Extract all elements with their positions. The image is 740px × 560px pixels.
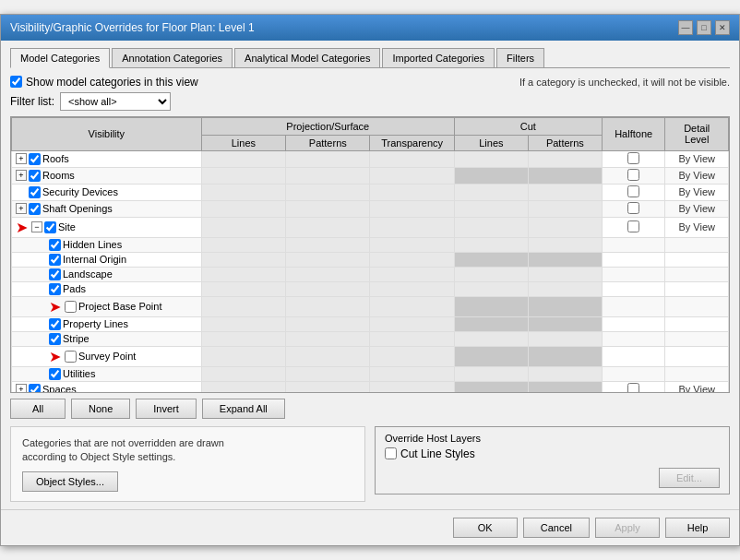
cell-lines-cut[interactable] [454,150,528,167]
cell-patterns-proj[interactable] [286,381,370,393]
cell-lines-proj[interactable] [201,381,285,393]
cell-transparency[interactable] [370,184,454,200]
cell-lines-proj[interactable] [201,237,285,252]
cell-lines-proj[interactable] [201,217,285,237]
row-checkbox[interactable] [49,239,61,251]
cell-lines-proj[interactable] [201,281,285,296]
cut-line-styles-checkbox[interactable] [385,447,397,459]
cell-patterns-proj[interactable] [286,281,370,296]
cell-patterns-cut[interactable] [528,150,602,167]
expand-icon[interactable]: − [31,221,42,232]
expand-icon[interactable]: + [16,384,27,393]
cell-halftone[interactable] [602,150,665,167]
maximize-button[interactable]: □ [697,20,711,35]
cell-halftone[interactable] [602,167,665,184]
row-checkbox[interactable] [65,351,77,363]
cell-transparency[interactable] [370,267,454,281]
row-checkbox[interactable] [65,301,77,313]
cell-halftone[interactable] [602,267,665,281]
expand-icon[interactable]: + [16,153,27,164]
row-checkbox[interactable] [49,283,61,295]
cell-lines-proj[interactable] [201,346,285,366]
cell-patterns-proj[interactable] [286,267,370,281]
minimize-button[interactable]: — [678,20,693,35]
cell-lines-proj[interactable] [201,150,285,167]
cell-transparency[interactable] [370,252,454,267]
row-checkbox[interactable] [29,170,41,182]
row-checkbox[interactable] [29,186,41,198]
cell-halftone[interactable] [602,200,665,217]
cell-transparency[interactable] [370,381,454,393]
cell-lines-proj[interactable] [201,267,285,281]
cell-lines-proj[interactable] [201,252,285,267]
cell-patterns-cut[interactable] [528,217,602,237]
cell-lines-cut[interactable] [454,237,528,252]
cell-transparency[interactable] [370,316,454,331]
cell-transparency[interactable] [370,217,454,237]
edit-button[interactable]: Edit... [659,468,720,488]
cell-transparency[interactable] [370,346,454,366]
cell-patterns-proj[interactable] [286,237,370,252]
table-wrapper[interactable]: Visibility Projection/Surface Cut Halfto… [11,117,729,393]
cell-patterns-proj[interactable] [286,200,370,217]
cell-lines-cut[interactable] [454,200,528,217]
cancel-button[interactable]: Cancel [523,518,590,538]
cell-lines-proj[interactable] [201,296,285,316]
all-button[interactable]: All [10,399,66,419]
ok-button[interactable]: OK [453,518,518,538]
tab-annotation-categories[interactable]: Annotation Categories [112,48,233,67]
expand-icon[interactable]: + [16,203,27,214]
cell-lines-cut[interactable] [454,217,528,237]
cell-halftone[interactable] [602,316,665,331]
cell-patterns-cut[interactable] [528,366,602,381]
tab-analytical-model[interactable]: Analytical Model Categories [234,48,380,67]
cell-lines-proj[interactable] [201,167,285,184]
expand-icon[interactable]: + [16,170,27,181]
cell-patterns-proj[interactable] [286,184,370,200]
cell-halftone[interactable] [602,217,665,237]
row-checkbox[interactable] [44,221,56,233]
cell-patterns-cut[interactable] [528,331,602,346]
cell-halftone[interactable] [602,184,665,200]
cell-transparency[interactable] [370,237,454,252]
cell-lines-cut[interactable] [454,184,528,200]
row-checkbox[interactable] [49,368,61,380]
cell-patterns-proj[interactable] [286,346,370,366]
filter-select[interactable]: <show all> [60,92,171,111]
close-button[interactable]: ✕ [715,20,730,35]
cell-halftone[interactable] [602,281,665,296]
object-styles-button[interactable]: Object Styles... [22,471,118,492]
cell-patterns-proj[interactable] [286,150,370,167]
cell-lines-cut[interactable] [454,366,528,381]
cell-patterns-proj[interactable] [286,331,370,346]
cell-transparency[interactable] [370,296,454,316]
cell-halftone[interactable] [602,252,665,267]
row-checkbox[interactable] [49,254,61,266]
cell-halftone[interactable] [602,381,665,393]
cell-patterns-proj[interactable] [286,167,370,184]
cell-patterns-proj[interactable] [286,217,370,237]
row-checkbox[interactable] [49,333,61,345]
cell-lines-proj[interactable] [201,366,285,381]
row-checkbox[interactable] [49,268,61,280]
cell-halftone[interactable] [602,296,665,316]
cell-patterns-proj[interactable] [286,252,370,267]
cell-halftone[interactable] [602,366,665,381]
cell-lines-proj[interactable] [201,331,285,346]
cell-patterns-proj[interactable] [286,316,370,331]
row-checkbox[interactable] [29,203,41,215]
cell-patterns-cut[interactable] [528,200,602,217]
cell-patterns-cut[interactable] [528,267,602,281]
tab-model-categories[interactable]: Model Categories [10,48,110,68]
show-model-checkbox[interactable] [10,76,22,88]
row-checkbox[interactable] [49,318,61,330]
cell-patterns-cut[interactable] [528,237,602,252]
cell-halftone[interactable] [602,331,665,346]
cell-lines-proj[interactable] [201,316,285,331]
expand-all-button[interactable]: Expand All [202,399,285,419]
cell-patterns-cut[interactable] [528,184,602,200]
tab-imported-categories[interactable]: Imported Categories [382,48,495,67]
cell-transparency[interactable] [370,331,454,346]
cell-lines-proj[interactable] [201,200,285,217]
cell-lines-cut[interactable] [454,281,528,296]
